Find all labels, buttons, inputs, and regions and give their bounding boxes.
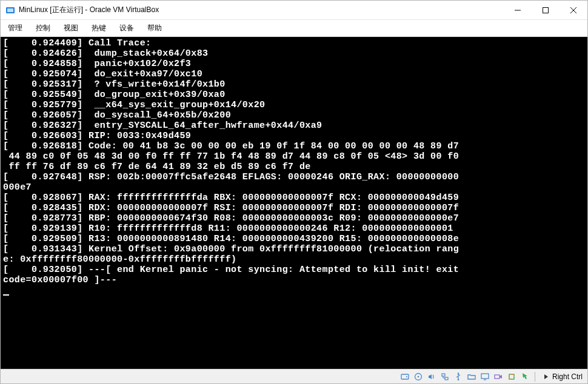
window-controls <box>504 1 587 19</box>
host-key-label: Right Ctrl <box>552 372 583 381</box>
vm-console[interactable]: [ 0.924409] Call Trace: [ 0.924626] dump… <box>1 37 587 369</box>
window-title: MinLinux [正在运行] - Oracle VM VirtualBox <box>19 5 504 15</box>
svg-rect-14 <box>481 374 489 379</box>
svg-point-7 <box>406 376 407 377</box>
menu-devices[interactable]: 设备 <box>117 22 136 35</box>
minimize-button[interactable] <box>504 1 532 19</box>
recording-icon[interactable] <box>492 371 504 382</box>
menu-view[interactable]: 视图 <box>61 22 81 35</box>
svg-rect-1 <box>7 8 13 12</box>
menubar: 管理 控制 视图 热键 设备 帮助 <box>1 20 587 37</box>
svg-rect-16 <box>495 375 499 379</box>
menu-manage[interactable]: 管理 <box>5 22 25 35</box>
svg-rect-18 <box>509 374 514 379</box>
menu-help[interactable]: 帮助 <box>145 22 164 35</box>
menu-hotkeys[interactable]: 热键 <box>89 22 109 35</box>
svg-rect-6 <box>401 374 409 379</box>
harddisk-icon[interactable] <box>399 371 411 382</box>
svg-rect-13 <box>458 379 459 380</box>
svg-rect-17 <box>509 374 514 379</box>
status-icons <box>399 371 531 382</box>
virtualbox-icon <box>5 5 15 15</box>
svg-rect-10 <box>442 374 445 376</box>
network-icon[interactable] <box>439 371 451 382</box>
close-button[interactable] <box>560 1 587 19</box>
shared-folders-icon[interactable] <box>466 371 478 382</box>
optical-icon[interactable] <box>412 371 424 382</box>
svg-point-12 <box>458 372 459 374</box>
menu-control[interactable]: 控制 <box>33 22 53 35</box>
titlebar: MinLinux [正在运行] - Oracle VM VirtualBox <box>1 1 587 20</box>
statusbar-separator <box>535 372 535 382</box>
audio-icon[interactable] <box>426 371 438 382</box>
display-icon[interactable] <box>479 371 491 382</box>
host-key-indicator[interactable]: Right Ctrl <box>539 372 585 381</box>
maximize-button[interactable] <box>532 1 560 19</box>
cpu-icon[interactable] <box>506 371 518 382</box>
svg-point-9 <box>418 376 419 377</box>
svg-rect-3 <box>543 7 549 13</box>
usb-icon[interactable] <box>452 371 464 382</box>
statusbar: Right Ctrl <box>1 369 587 383</box>
mouse-integration-icon[interactable] <box>519 371 531 382</box>
